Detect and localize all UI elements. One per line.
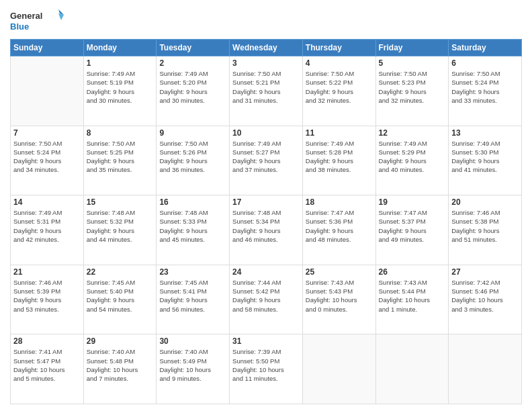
day-number: 8: [87, 128, 154, 138]
day-info: Sunrise: 7:49 AMSunset: 5:19 PMDaylight:…: [87, 69, 154, 105]
calendar-cell: 18Sunrise: 7:47 AMSunset: 5:36 PMDayligh…: [302, 195, 375, 265]
day-info: Sunrise: 7:50 AMSunset: 5:24 PMDaylight:…: [13, 139, 81, 175]
day-number: 17: [232, 197, 300, 207]
day-number: 26: [379, 267, 446, 277]
calendar-cell: 21Sunrise: 7:46 AMSunset: 5:39 PMDayligh…: [11, 265, 84, 334]
day-info: Sunrise: 7:49 AMSunset: 5:29 PMDaylight:…: [379, 139, 446, 175]
day-info: Sunrise: 7:45 AMSunset: 5:40 PMDaylight:…: [87, 278, 154, 314]
day-info: Sunrise: 7:49 AMSunset: 5:27 PMDaylight:…: [232, 139, 300, 175]
calendar-cell: [302, 334, 375, 404]
day-info: Sunrise: 7:43 AMSunset: 5:44 PMDaylight:…: [379, 278, 446, 314]
day-number: 29: [87, 336, 154, 346]
day-info: Sunrise: 7:50 AMSunset: 5:23 PMDaylight:…: [379, 69, 446, 105]
calendar-cell: [375, 334, 449, 404]
calendar-week-row: 14Sunrise: 7:49 AMSunset: 5:31 PMDayligh…: [11, 195, 522, 265]
day-info: Sunrise: 7:48 AMSunset: 5:34 PMDaylight:…: [232, 208, 300, 244]
calendar-cell: 3Sunrise: 7:50 AMSunset: 5:21 PMDaylight…: [230, 56, 303, 126]
calendar-cell: 12Sunrise: 7:49 AMSunset: 5:29 PMDayligh…: [375, 126, 449, 195]
day-number: 11: [306, 128, 373, 138]
day-number: 21: [13, 267, 81, 277]
calendar-cell: 8Sunrise: 7:50 AMSunset: 5:25 PMDaylight…: [83, 126, 157, 195]
day-number: 18: [306, 197, 373, 207]
calendar-cell: [11, 56, 84, 126]
day-header-saturday: Saturday: [449, 40, 522, 56]
day-number: 30: [159, 336, 226, 346]
day-number: 2: [159, 58, 226, 68]
calendar-table: SundayMondayTuesdayWednesdayThursdayFrid…: [10, 39, 522, 404]
calendar-week-row: 28Sunrise: 7:41 AMSunset: 5:47 PMDayligh…: [11, 334, 522, 404]
day-number: 7: [13, 128, 81, 138]
day-info: Sunrise: 7:40 AMSunset: 5:49 PMDaylight:…: [159, 347, 226, 383]
day-header-friday: Friday: [375, 40, 449, 56]
calendar-cell: 29Sunrise: 7:40 AMSunset: 5:48 PMDayligh…: [83, 334, 157, 404]
day-header-sunday: Sunday: [11, 40, 84, 56]
calendar-cell: 13Sunrise: 7:49 AMSunset: 5:30 PMDayligh…: [449, 126, 522, 195]
day-info: Sunrise: 7:47 AMSunset: 5:37 PMDaylight:…: [379, 208, 446, 244]
calendar-cell: 6Sunrise: 7:50 AMSunset: 5:24 PMDaylight…: [449, 56, 522, 126]
calendar-cell: 9Sunrise: 7:50 AMSunset: 5:26 PMDaylight…: [157, 126, 230, 195]
calendar-cell: 28Sunrise: 7:41 AMSunset: 5:47 PMDayligh…: [11, 334, 84, 404]
day-header-monday: Monday: [83, 40, 157, 56]
day-info: Sunrise: 7:50 AMSunset: 5:24 PMDaylight:…: [451, 69, 519, 105]
calendar-cell: 24Sunrise: 7:44 AMSunset: 5:42 PMDayligh…: [230, 265, 303, 334]
day-number: 27: [451, 267, 519, 277]
calendar-week-row: 1Sunrise: 7:49 AMSunset: 5:19 PMDaylight…: [11, 56, 522, 126]
day-number: 28: [13, 336, 81, 346]
svg-text:Blue: Blue: [10, 21, 29, 32]
calendar-cell: 20Sunrise: 7:46 AMSunset: 5:38 PMDayligh…: [449, 195, 522, 265]
calendar-cell: 19Sunrise: 7:47 AMSunset: 5:37 PMDayligh…: [375, 195, 449, 265]
calendar-cell: 23Sunrise: 7:45 AMSunset: 5:41 PMDayligh…: [157, 265, 230, 334]
day-number: 31: [232, 336, 300, 346]
day-info: Sunrise: 7:49 AMSunset: 5:20 PMDaylight:…: [159, 69, 226, 105]
day-number: 5: [379, 58, 446, 68]
day-number: 20: [451, 197, 519, 207]
logo: General Blue: [10, 7, 64, 34]
day-info: Sunrise: 7:50 AMSunset: 5:22 PMDaylight:…: [306, 69, 373, 105]
day-info: Sunrise: 7:49 AMSunset: 5:30 PMDaylight:…: [451, 139, 519, 175]
day-number: 23: [159, 267, 226, 277]
day-number: 6: [451, 58, 519, 68]
day-number: 22: [87, 267, 154, 277]
day-number: 13: [451, 128, 519, 138]
logo-svg: General Blue: [10, 7, 64, 34]
day-info: Sunrise: 7:48 AMSunset: 5:33 PMDaylight:…: [159, 208, 226, 244]
calendar-cell: 4Sunrise: 7:50 AMSunset: 5:22 PMDaylight…: [302, 56, 375, 126]
calendar-cell: 27Sunrise: 7:42 AMSunset: 5:46 PMDayligh…: [449, 265, 522, 334]
calendar-cell: 30Sunrise: 7:40 AMSunset: 5:49 PMDayligh…: [157, 334, 230, 404]
day-info: Sunrise: 7:48 AMSunset: 5:32 PMDaylight:…: [87, 208, 154, 244]
day-info: Sunrise: 7:49 AMSunset: 5:31 PMDaylight:…: [13, 208, 81, 244]
day-info: Sunrise: 7:46 AMSunset: 5:39 PMDaylight:…: [13, 278, 81, 314]
calendar-cell: 16Sunrise: 7:48 AMSunset: 5:33 PMDayligh…: [157, 195, 230, 265]
header: General Blue: [10, 7, 522, 34]
day-info: Sunrise: 7:43 AMSunset: 5:43 PMDaylight:…: [306, 278, 373, 314]
day-header-thursday: Thursday: [302, 40, 375, 56]
calendar-cell: 2Sunrise: 7:49 AMSunset: 5:20 PMDaylight…: [157, 56, 230, 126]
calendar-cell: 7Sunrise: 7:50 AMSunset: 5:24 PMDaylight…: [11, 126, 84, 195]
calendar-header-row: SundayMondayTuesdayWednesdayThursdayFrid…: [11, 40, 522, 56]
calendar-cell: 1Sunrise: 7:49 AMSunset: 5:19 PMDaylight…: [83, 56, 157, 126]
day-info: Sunrise: 7:50 AMSunset: 5:21 PMDaylight:…: [232, 69, 300, 105]
day-info: Sunrise: 7:42 AMSunset: 5:46 PMDaylight:…: [451, 278, 519, 314]
calendar-cell: 25Sunrise: 7:43 AMSunset: 5:43 PMDayligh…: [302, 265, 375, 334]
svg-text:General: General: [10, 11, 42, 21]
calendar-cell: 11Sunrise: 7:49 AMSunset: 5:28 PMDayligh…: [302, 126, 375, 195]
calendar-cell: 14Sunrise: 7:49 AMSunset: 5:31 PMDayligh…: [11, 195, 84, 265]
day-number: 3: [232, 58, 300, 68]
day-header-wednesday: Wednesday: [230, 40, 303, 56]
calendar-week-row: 21Sunrise: 7:46 AMSunset: 5:39 PMDayligh…: [11, 265, 522, 334]
day-info: Sunrise: 7:49 AMSunset: 5:28 PMDaylight:…: [306, 139, 373, 175]
day-info: Sunrise: 7:50 AMSunset: 5:25 PMDaylight:…: [87, 139, 154, 175]
calendar-cell: 17Sunrise: 7:48 AMSunset: 5:34 PMDayligh…: [230, 195, 303, 265]
day-number: 14: [13, 197, 81, 207]
day-number: 19: [379, 197, 446, 207]
calendar-cell: 22Sunrise: 7:45 AMSunset: 5:40 PMDayligh…: [83, 265, 157, 334]
calendar-cell: 31Sunrise: 7:39 AMSunset: 5:50 PMDayligh…: [230, 334, 303, 404]
day-number: 1: [87, 58, 154, 68]
calendar-cell: 5Sunrise: 7:50 AMSunset: 5:23 PMDaylight…: [375, 56, 449, 126]
calendar-cell: 15Sunrise: 7:48 AMSunset: 5:32 PMDayligh…: [83, 195, 157, 265]
day-number: 24: [232, 267, 300, 277]
day-number: 10: [232, 128, 300, 138]
day-info: Sunrise: 7:41 AMSunset: 5:47 PMDaylight:…: [13, 347, 81, 383]
day-number: 25: [306, 267, 373, 277]
day-info: Sunrise: 7:39 AMSunset: 5:50 PMDaylight:…: [232, 347, 300, 383]
